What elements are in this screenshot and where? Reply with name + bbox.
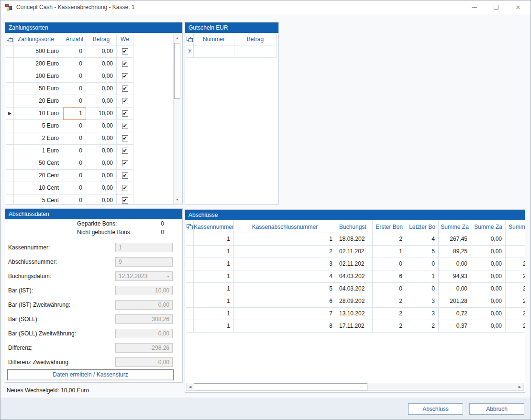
betrag-cell[interactable]: 0,00 <box>86 58 117 70</box>
summe-3-cell[interactable]: 2 <box>506 295 525 308</box>
zahlungssorte-cell[interactable]: 50 Cent <box>14 157 63 170</box>
abschluss-row[interactable]: 1817.11.202220,370,002 <box>186 320 525 333</box>
wechselgeld-checkbox-cell[interactable]: ✔ <box>117 95 133 108</box>
abschluss-row[interactable]: 1504.03.202000,000,002 <box>186 283 525 295</box>
zahlungssorte-cell[interactable]: 1 Euro <box>14 145 63 157</box>
col-buchungstag[interactable]: Buchungst <box>336 221 373 233</box>
checkbox-checked-icon[interactable]: ✔ <box>122 148 128 154</box>
col-nummer[interactable]: Nummer <box>194 34 234 45</box>
kassenabschlussnummer-cell[interactable]: 7 <box>234 308 336 320</box>
summe-3-cell[interactable] <box>506 233 525 246</box>
zahlungssorten-row[interactable]: 50 Cent00,00✔ <box>6 157 133 170</box>
buchungstag-cell[interactable]: 04.03.202 <box>336 283 373 295</box>
col-summe-2[interactable]: Summe Za <box>471 221 506 233</box>
summe-1-cell[interactable]: 0,00 <box>439 258 471 270</box>
zahlungssorten-row[interactable]: 500 Euro00,00✔ <box>6 45 133 58</box>
wechselgeld-checkbox-cell[interactable]: ✔ <box>117 145 133 157</box>
close-button[interactable]: ✕ <box>507 0 529 14</box>
zahlungssorten-row[interactable]: 5 Cent00,00✔ <box>6 194 133 205</box>
checkbox-checked-icon[interactable]: ✔ <box>122 110 128 117</box>
col-betrag[interactable]: Betrag <box>86 34 117 45</box>
zahlungssorte-cell[interactable]: 5 Euro <box>14 120 63 132</box>
anzahl-cell[interactable]: 0 <box>63 157 86 170</box>
wechselgeld-checkbox-cell[interactable]: ✔ <box>117 45 133 58</box>
anzahl-cell[interactable]: 0 <box>63 145 86 157</box>
letzter-bon-cell[interactable]: 5 <box>406 246 439 258</box>
col-summe-3[interactable]: Summ <box>506 221 525 233</box>
abschluss-button[interactable]: Abschluss <box>408 403 463 415</box>
letzter-bon-cell[interactable]: 2 <box>406 320 439 333</box>
kassenabschlussnummer-cell[interactable]: 5 <box>234 283 336 295</box>
checkbox-checked-icon[interactable]: ✔ <box>122 172 128 179</box>
betrag-cell[interactable]: 0,00 <box>86 157 117 170</box>
col-letzter-bon[interactable]: Letzter Bo <box>406 221 439 233</box>
summe-3-cell[interactable]: 2 <box>506 308 525 320</box>
buchungstag-cell[interactable]: 02.11.202 <box>336 258 373 270</box>
abschluss-row[interactable]: 1302.11.202000,000,002 <box>186 258 525 270</box>
wechselgeld-checkbox-cell[interactable]: ✔ <box>117 70 133 83</box>
kassenabschlussnummer-cell[interactable]: 6 <box>234 295 336 308</box>
wechselgeld-checkbox-cell[interactable]: ✔ <box>117 83 133 95</box>
checkbox-checked-icon[interactable]: ✔ <box>122 135 128 141</box>
scroll-down-icon[interactable]: ▼ <box>174 196 181 204</box>
kassennummer-cell[interactable]: 1 <box>194 246 234 258</box>
betrag-cell[interactable]: 10,00 <box>86 108 117 120</box>
summe-2-cell[interactable]: 0,00 <box>471 233 506 246</box>
anzahl-cell[interactable]: 0 <box>63 194 86 205</box>
summe-3-cell[interactable]: 2 <box>506 320 525 333</box>
betrag-cell[interactable]: 0,00 <box>86 145 117 157</box>
abschluss-row[interactable]: 1202.11.2021589,250,00 <box>186 246 525 258</box>
letzter-bon-cell[interactable]: 3 <box>406 308 439 320</box>
erster-bon-cell[interactable]: 6 <box>373 270 406 283</box>
col-betrag[interactable]: Betrag <box>234 34 277 45</box>
scroll-right-icon[interactable]: ▶ <box>516 383 523 390</box>
kassennummer-cell[interactable]: 1 <box>194 283 234 295</box>
summe-3-cell[interactable] <box>506 246 525 258</box>
anzahl-cell[interactable]: 0 <box>63 182 86 194</box>
checkbox-checked-icon[interactable]: ✔ <box>122 48 128 54</box>
gutschein-new-row[interactable]: ✳ <box>186 45 277 58</box>
wechselgeld-checkbox-cell[interactable]: ✔ <box>117 108 133 120</box>
abschluss-row[interactable]: 1118.08.20224267,450,00 <box>186 233 525 246</box>
zahlungssorte-cell[interactable]: 50 Euro <box>14 83 63 95</box>
col-summe-1[interactable]: Summe Za <box>439 221 471 233</box>
zahlungssorten-row[interactable]: ▶10 Euro110,00✔ <box>6 108 133 120</box>
col-anzahl[interactable]: Anzahl <box>63 34 86 45</box>
zahlungssorten-row[interactable]: 20 Euro00,00✔ <box>6 95 133 108</box>
erster-bon-cell[interactable]: 0 <box>373 283 406 295</box>
anzahl-cell[interactable]: 0 <box>63 120 86 132</box>
buchungstag-cell[interactable]: 13.10.202 <box>336 308 373 320</box>
summe-3-cell[interactable]: 2 <box>506 283 525 295</box>
zahlungssorte-cell[interactable]: 10 Euro <box>14 108 63 120</box>
kassennummer-cell[interactable]: 1 <box>194 258 234 270</box>
abschluss-row[interactable]: 1404.03.2026194,930,002 <box>186 270 525 283</box>
summe-1-cell[interactable]: 201,28 <box>439 295 471 308</box>
scroll-left-icon[interactable]: ◀ <box>187 383 194 390</box>
letzter-bon-cell[interactable]: 4 <box>406 233 439 246</box>
checkbox-checked-icon[interactable]: ✔ <box>122 98 128 104</box>
summe-1-cell[interactable]: 0,37 <box>439 320 471 333</box>
summe-1-cell[interactable]: 94,93 <box>439 270 471 283</box>
summe-1-cell[interactable]: 0,72 <box>439 308 471 320</box>
zahlungssorten-row[interactable]: 5 Euro00,00✔ <box>6 120 133 132</box>
betrag-cell[interactable]: 0,00 <box>86 170 117 182</box>
zahlungssorte-cell[interactable]: 100 Euro <box>14 70 63 83</box>
letzter-bon-cell[interactable]: 0 <box>406 258 439 270</box>
checkbox-checked-icon[interactable]: ✔ <box>122 197 128 204</box>
horizontal-scrollbar[interactable]: ◀ ▶ <box>186 383 524 391</box>
scroll-up-icon[interactable]: ▲ <box>174 34 181 42</box>
kassennummer-cell[interactable]: 1 <box>194 233 234 246</box>
anzahl-cell[interactable]: 0 <box>63 132 86 145</box>
summe-2-cell[interactable]: 0,00 <box>471 258 506 270</box>
anzahl-cell[interactable]: 1 <box>63 108 86 120</box>
erster-bon-cell[interactable]: 2 <box>373 308 406 320</box>
wechselgeld-checkbox-cell[interactable]: ✔ <box>117 157 133 170</box>
erster-bon-cell[interactable]: 2 <box>373 233 406 246</box>
summe-1-cell[interactable]: 0,00 <box>439 283 471 295</box>
erster-bon-cell[interactable]: 2 <box>373 295 406 308</box>
col-wechselgeld[interactable]: We <box>117 34 133 45</box>
kassennummer-cell[interactable]: 1 <box>194 295 234 308</box>
scrollbar-thumb[interactable] <box>194 383 367 390</box>
betrag-cell[interactable]: 0,00 <box>86 120 117 132</box>
erster-bon-cell[interactable]: 2 <box>373 320 406 333</box>
